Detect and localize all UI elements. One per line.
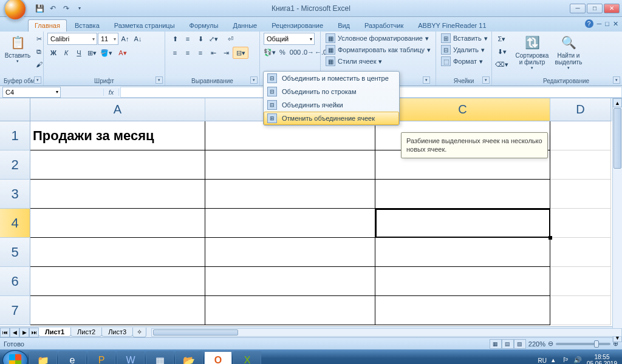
- sheet-tab-2[interactable]: Лист2: [70, 328, 102, 337]
- zoom-thumb[interactable]: [594, 340, 599, 348]
- tab-insert[interactable]: Вставка: [68, 19, 106, 32]
- cell-styles-button[interactable]: ▦Стили ячеек ▾: [324, 56, 383, 67]
- font-name-combo[interactable]: Calibri: [47, 33, 97, 45]
- merge-cells-item[interactable]: ⊟Объединить ячейки: [264, 98, 399, 112]
- taskbar-folder-icon[interactable]: 📂: [175, 351, 203, 364]
- number-format-combo[interactable]: Общий: [264, 33, 315, 45]
- copy-icon[interactable]: ⧉: [33, 46, 45, 58]
- fill-handle[interactable]: [549, 236, 552, 240]
- select-all-corner[interactable]: [0, 98, 30, 121]
- tray-lang[interactable]: RU: [538, 357, 546, 364]
- tab-developer[interactable]: Разработчик: [358, 19, 410, 32]
- col-header-c[interactable]: C: [375, 98, 550, 121]
- help-icon[interactable]: ?: [585, 19, 593, 28]
- horizontal-scrollbar[interactable]: [151, 328, 622, 337]
- underline-button[interactable]: Ч: [73, 47, 85, 59]
- fill-icon[interactable]: ⬇▾: [496, 46, 508, 58]
- align-top-icon[interactable]: ⬆: [169, 33, 181, 45]
- insert-cells-button[interactable]: ⊞Вставить ▾: [440, 33, 489, 44]
- ribbon-restore-icon[interactable]: □: [605, 20, 609, 27]
- maximize-button[interactable]: □: [587, 4, 603, 13]
- row-header-3[interactable]: 3: [0, 180, 30, 209]
- row-header-2[interactable]: 2: [0, 150, 30, 180]
- format-cells-button[interactable]: ⬚Формат ▾: [440, 56, 484, 67]
- align-right-icon[interactable]: ≡: [194, 47, 207, 59]
- row-header-7[interactable]: 7: [0, 296, 30, 325]
- cell-b7[interactable]: [205, 296, 375, 325]
- font-color-icon[interactable]: A▾: [115, 47, 131, 59]
- taskbar-word-icon[interactable]: W: [117, 351, 145, 364]
- cell-b3[interactable]: [205, 180, 375, 209]
- ribbon-close-icon[interactable]: ✕: [613, 20, 618, 28]
- col-header-d[interactable]: D: [550, 98, 611, 121]
- tab-view[interactable]: Вид: [331, 19, 357, 32]
- comma-icon[interactable]: 000: [289, 46, 301, 58]
- name-box[interactable]: C4: [2, 87, 61, 98]
- increase-decimal-icon[interactable]: .0→: [302, 46, 314, 58]
- zoom-level[interactable]: 220%: [528, 340, 545, 348]
- cell-c4[interactable]: [375, 209, 550, 238]
- cell-c6[interactable]: [375, 267, 550, 296]
- format-as-table-button[interactable]: ▦Форматировать как таблицу ▾: [324, 44, 432, 55]
- tab-home[interactable]: Главная: [28, 19, 67, 32]
- tab-abbyy[interactable]: ABBYY FineReader 11: [411, 19, 493, 32]
- vscroll-thumb[interactable]: [613, 108, 621, 169]
- cut-icon[interactable]: ✂: [33, 33, 45, 45]
- align-center-icon[interactable]: ≡: [182, 47, 194, 59]
- fill-color-icon[interactable]: 🪣▾: [98, 47, 114, 59]
- sheet-next-icon[interactable]: ▶: [19, 328, 29, 337]
- ribbon-minimize-icon[interactable]: ─: [597, 20, 602, 27]
- minimize-button[interactable]: ─: [570, 4, 586, 13]
- paste-button[interactable]: 📋 Вставить ▾: [4, 33, 32, 65]
- cell-b6[interactable]: [205, 267, 375, 296]
- office-button[interactable]: [4, 0, 27, 21]
- percent-icon[interactable]: %: [276, 46, 289, 58]
- page-layout-view-icon[interactable]: ▤: [502, 339, 514, 349]
- cell-a5[interactable]: [30, 238, 205, 267]
- sheet-first-icon[interactable]: ⏮: [0, 328, 10, 337]
- col-header-a[interactable]: A: [30, 98, 205, 121]
- sheet-tab-3[interactable]: Лист3: [101, 328, 133, 337]
- cell-c3[interactable]: [375, 180, 550, 209]
- format-painter-icon[interactable]: 🖌: [33, 58, 45, 70]
- cell-a3[interactable]: [30, 180, 205, 209]
- row-header-1[interactable]: 1: [0, 121, 30, 150]
- qat-customize-icon[interactable]: ▾: [74, 3, 85, 14]
- cell-b2[interactable]: [205, 150, 375, 180]
- cell-d1[interactable]: [550, 121, 611, 150]
- system-clock[interactable]: 18:55 05.06.2019: [587, 354, 620, 364]
- cell-a2[interactable]: [30, 150, 205, 180]
- unmerge-cells-item[interactable]: ⊞Отменить объединение ячеек: [264, 112, 399, 125]
- align-left-icon[interactable]: ≡: [169, 47, 181, 59]
- merge-center-item[interactable]: ⊟Объединить и поместить в центре: [264, 72, 399, 85]
- borders-icon[interactable]: ⊞▾: [86, 47, 98, 59]
- autosum-icon[interactable]: Σ▾: [496, 33, 508, 45]
- sheet-tab-1[interactable]: Лист1: [38, 328, 71, 337]
- scroll-up-icon[interactable]: ▲: [613, 98, 622, 107]
- cell-d4[interactable]: [550, 209, 611, 238]
- grow-font-icon[interactable]: A↑: [119, 33, 131, 45]
- merge-center-icon[interactable]: ⊟▾: [233, 47, 248, 59]
- tray-network-icon[interactable]: 🔊: [573, 356, 582, 364]
- row-header-4[interactable]: 4: [0, 209, 30, 238]
- cell-d5[interactable]: [550, 238, 611, 267]
- page-break-view-icon[interactable]: ▧: [514, 339, 526, 349]
- taskbar-explorer-icon[interactable]: 📁: [29, 351, 57, 364]
- cell-a7[interactable]: [30, 296, 205, 325]
- undo-icon[interactable]: ↶: [47, 3, 58, 14]
- row-header-6[interactable]: 6: [0, 267, 30, 296]
- vertical-scrollbar[interactable]: ▲ ▼: [612, 98, 622, 342]
- zoom-slider[interactable]: [556, 343, 610, 345]
- tab-data[interactable]: Данные: [226, 19, 264, 32]
- close-button[interactable]: ✕: [604, 4, 620, 13]
- cell-b5[interactable]: [205, 238, 375, 267]
- cell-b1[interactable]: [205, 121, 375, 150]
- zoom-out-icon[interactable]: ⊖: [548, 340, 553, 348]
- align-middle-icon[interactable]: ≡: [182, 33, 194, 45]
- normal-view-icon[interactable]: ▦: [490, 339, 502, 349]
- decrease-indent-icon[interactable]: ⇤: [207, 47, 219, 59]
- tray-show-hidden-icon[interactable]: ▴: [552, 356, 560, 364]
- start-button[interactable]: [2, 350, 28, 364]
- cell-d6[interactable]: [550, 267, 611, 296]
- currency-icon[interactable]: 💱▾: [264, 46, 276, 58]
